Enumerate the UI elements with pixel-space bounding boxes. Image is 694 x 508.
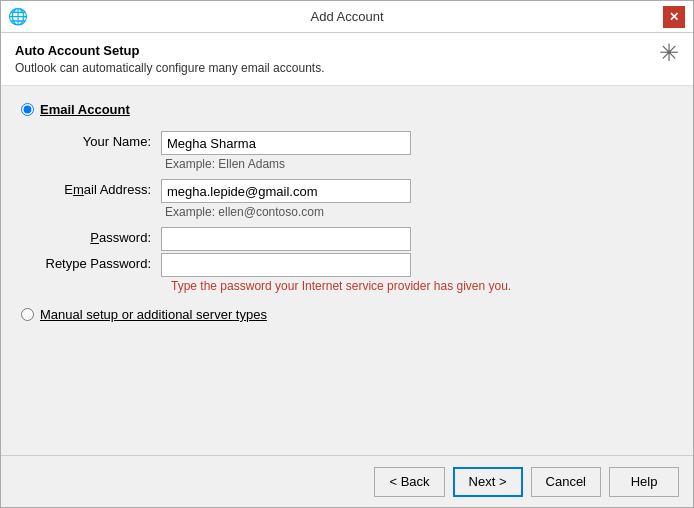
title-bar-left: 🌐 <box>9 8 27 26</box>
your-name-row: Your Name: Example: Ellen Adams <box>41 131 673 177</box>
retype-password-input-group <box>161 253 411 277</box>
cancel-button[interactable]: Cancel <box>531 467 601 497</box>
password-row: Password: <box>41 227 673 251</box>
help-button[interactable]: Help <box>609 467 679 497</box>
close-button[interactable]: ✕ <box>663 6 685 28</box>
email-address-label: Email Address: <box>41 179 161 197</box>
email-address-input-group: Example: ellen@contoso.com <box>161 179 411 225</box>
manual-setup-radio[interactable] <box>21 308 34 321</box>
retype-password-label: Retype Password: <box>41 253 161 271</box>
your-name-label: Your Name: <box>41 131 161 149</box>
password-input[interactable] <box>161 227 411 251</box>
retype-password-input[interactable] <box>161 253 411 277</box>
form-grid: Your Name: Example: Ellen Adams Email Ad… <box>41 131 673 293</box>
dialog-content: Auto Account Setup Outlook can automatic… <box>1 33 693 455</box>
your-name-input-group: Example: Ellen Adams <box>161 131 411 177</box>
email-account-radio[interactable] <box>21 103 34 116</box>
app-icon: 🌐 <box>9 8 27 26</box>
auto-setup-section: Auto Account Setup Outlook can automatic… <box>1 33 693 86</box>
your-name-example: Example: Ellen Adams <box>165 157 411 171</box>
email-account-option[interactable]: Email Account <box>21 102 673 117</box>
window-title: Add Account <box>311 9 384 24</box>
auto-setup-text: Auto Account Setup Outlook can automatic… <box>15 43 325 75</box>
auto-setup-subtitle: Outlook can automatically configure many… <box>15 61 325 75</box>
password-hint: Type the password your Internet service … <box>171 279 673 293</box>
email-address-example: Example: ellen@contoso.com <box>165 205 411 219</box>
auto-setup-title: Auto Account Setup <box>15 43 325 58</box>
next-button[interactable]: Next > <box>453 467 523 497</box>
cursor-icon: ✳ <box>659 39 679 67</box>
email-account-radio-group: Email Account <box>21 102 673 117</box>
form-section: Email Account Your Name: Example: Ellen … <box>1 86 693 455</box>
retype-password-row: Retype Password: <box>41 253 673 277</box>
password-label: Password: <box>41 227 161 245</box>
email-address-row: Email Address: Example: ellen@contoso.co… <box>41 179 673 225</box>
title-bar: 🌐 Add Account ✕ <box>1 1 693 33</box>
manual-setup-label[interactable]: Manual setup or additional server types <box>40 307 267 322</box>
footer: < Back Next > Cancel Help <box>1 455 693 507</box>
back-button[interactable]: < Back <box>374 467 444 497</box>
add-account-window: 🌐 Add Account ✕ Auto Account Setup Outlo… <box>0 0 694 508</box>
password-input-group <box>161 227 411 251</box>
your-name-input[interactable] <box>161 131 411 155</box>
email-address-input[interactable] <box>161 179 411 203</box>
email-account-label[interactable]: Email Account <box>40 102 130 117</box>
manual-setup-row[interactable]: Manual setup or additional server types <box>21 307 673 322</box>
